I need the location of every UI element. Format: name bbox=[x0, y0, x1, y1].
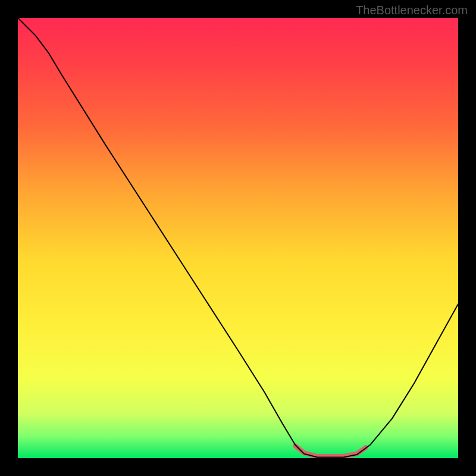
chart-plot-area bbox=[18, 18, 458, 458]
watermark-text: TheBottlenecker.com bbox=[356, 4, 468, 17]
chart-svg bbox=[18, 18, 458, 458]
chart-background bbox=[18, 18, 458, 458]
